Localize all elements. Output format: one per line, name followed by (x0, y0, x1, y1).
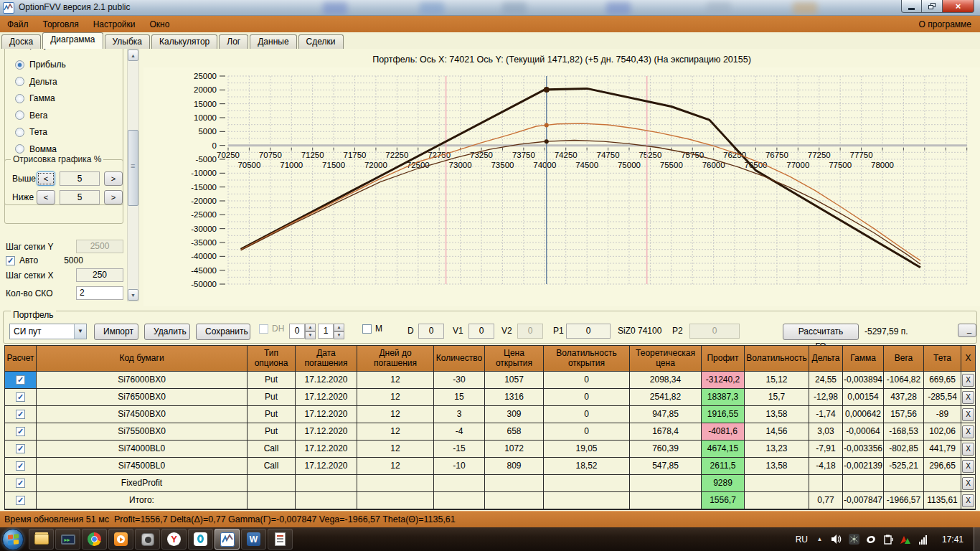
row-delete-button[interactable]: X (962, 391, 974, 404)
taskbar-app-explorer[interactable] (29, 529, 54, 550)
row-delete-button[interactable]: X (962, 374, 974, 387)
row-delete-button[interactable]: X (962, 477, 974, 490)
portfolio-select[interactable]: СИ пут ▼ (9, 324, 87, 339)
menu-item-about[interactable]: О программе (910, 17, 980, 32)
v1-input[interactable]: 0 (468, 324, 494, 339)
tab-Доска[interactable]: Доска (1, 34, 41, 49)
row-check-cell[interactable]: ✓ (5, 475, 37, 492)
row-checkbox[interactable]: ✓ (16, 461, 25, 471)
menu-item-3[interactable]: Окно (143, 17, 177, 32)
collapse-button[interactable]: _ (958, 324, 976, 337)
radio-Гамма[interactable]: Гамма (15, 93, 55, 103)
taskbar-app-messenger[interactable] (135, 529, 160, 550)
row-check-cell[interactable]: ✓ (5, 423, 37, 441)
column-header[interactable]: Гамма (843, 346, 884, 372)
column-header[interactable]: Волатильность (745, 346, 809, 372)
column-header[interactable]: Профит (702, 346, 745, 372)
row-delete-button[interactable]: X (962, 425, 974, 438)
taskbar-app-opera[interactable] (188, 529, 213, 550)
render-percent-value[interactable]: 5 (60, 171, 100, 186)
tab-Данные[interactable]: Данные (250, 34, 296, 49)
column-header[interactable]: Цена открытия (485, 346, 544, 372)
tab-Калькулятор[interactable]: Калькулятор (151, 34, 217, 49)
auto-checkbox[interactable]: ✓ (6, 256, 15, 265)
hidden-icons-arrow-icon[interactable]: ▲ (814, 534, 825, 545)
column-header[interactable]: Волатильность открытия (544, 346, 630, 372)
column-header[interactable]: X (961, 346, 975, 372)
row-checkbox[interactable]: ✓ (16, 444, 25, 453)
grid-step-y-input[interactable]: 2500 (76, 240, 123, 253)
tab-Диаграмма[interactable]: Диаграмма (42, 32, 103, 49)
start-button[interactable] (2, 529, 24, 550)
row-checkbox[interactable]: ✓ (16, 479, 25, 488)
scrollbar-up-icon[interactable]: ▲ (128, 50, 138, 61)
sko-count-input[interactable]: 2 (76, 286, 123, 300)
profit-chart[interactable]: 2500020000150001000050000-5000-10000-150… (143, 67, 980, 306)
radio-Вомма[interactable]: Вомма (15, 144, 57, 154)
spinner-up-icon[interactable]: ▲ (305, 324, 316, 331)
column-header[interactable]: Тип опциона (248, 346, 296, 372)
taskbar-app-doc-viewer[interactable] (268, 529, 293, 550)
radio-Вега[interactable]: Вега (15, 110, 47, 121)
row-check-cell[interactable]: ✓ (5, 389, 37, 406)
dh-spinner-2-value[interactable]: 1 (318, 324, 334, 339)
antivirus-icon[interactable] (849, 534, 859, 545)
render-percent-value[interactable]: 5 (60, 190, 100, 204)
m-checkbox[interactable] (362, 324, 372, 334)
sidebar-scrollbar[interactable]: ▲ ▼ (127, 49, 139, 301)
spinner-up-icon[interactable]: ▲ (334, 324, 344, 331)
column-header[interactable]: Расчет (5, 346, 37, 372)
scrollbar-down-icon[interactable]: ▼ (128, 289, 138, 301)
column-header[interactable]: Код бумаги (37, 346, 248, 372)
minimize-button[interactable] (901, 0, 922, 13)
row-check-cell[interactable]: ✓ (5, 406, 37, 423)
column-header[interactable]: Дата погашения (296, 346, 357, 372)
column-header[interactable]: Теоретическая цена (630, 346, 702, 372)
close-button[interactable]: × (942, 0, 974, 13)
taskbar-app-yandex-browser[interactable]: Y (161, 529, 187, 550)
taskbar-app-remote-desktop[interactable]: ▸▸ (55, 529, 80, 550)
row-delete-button[interactable]: X (962, 460, 974, 473)
taskbar-app-optionfvv[interactable] (215, 529, 240, 550)
dh-checkbox[interactable] (259, 324, 268, 334)
dh-spinner-1-value[interactable]: 0 (289, 324, 305, 339)
decrement-button[interactable]: < (37, 171, 55, 186)
row-delete-button[interactable]: X (962, 408, 974, 421)
row-check-cell[interactable]: ✓ (5, 441, 37, 458)
decrement-button[interactable]: < (37, 190, 55, 204)
delete-button[interactable]: Удалить (144, 324, 190, 340)
menu-item-0[interactable]: Файл (0, 17, 36, 32)
row-checkbox[interactable]: ✓ (16, 375, 25, 385)
column-header[interactable]: Дней до погашения (357, 346, 434, 372)
column-header[interactable]: Количество (434, 346, 485, 372)
menu-item-2[interactable]: Настройки (86, 17, 143, 32)
p1-input[interactable]: 0 (566, 324, 611, 339)
increment-button[interactable]: > (104, 171, 123, 186)
grid-step-x-input[interactable]: 250 (76, 268, 123, 282)
row-delete-button[interactable]: X (962, 443, 974, 456)
clipboard-switcher-icon[interactable] (883, 534, 894, 545)
import-button[interactable]: Импорт (94, 324, 138, 340)
radio-Прибыль[interactable]: Прибыль (15, 60, 66, 70)
row-checkbox[interactable]: ✓ (16, 427, 25, 436)
radio-Дельта[interactable]: Дельта (15, 77, 57, 87)
taskbar-app-chrome[interactable] (82, 529, 107, 550)
row-check-cell[interactable]: ✓ (5, 372, 37, 389)
column-header[interactable]: Вега (884, 346, 924, 372)
column-header[interactable]: Дельта (809, 346, 843, 372)
menu-item-1[interactable]: Торговля (36, 17, 86, 32)
tray-app-ring-icon[interactable] (866, 534, 877, 545)
restore-button[interactable] (922, 0, 942, 13)
spinner-down-icon[interactable]: ▼ (334, 331, 344, 339)
volume-icon[interactable] (831, 534, 842, 545)
taskbar-app-media-player[interactable] (108, 529, 133, 550)
row-check-cell[interactable]: ✓ (5, 458, 37, 475)
tab-Лог[interactable]: Лог (219, 34, 248, 49)
tab-Сделки[interactable]: Сделки (298, 34, 344, 49)
taskbar-app-word[interactable]: W (241, 529, 266, 550)
column-header[interactable]: Тета (924, 346, 961, 372)
row-checkbox[interactable]: ✓ (16, 410, 25, 419)
v2-input[interactable]: 0 (517, 324, 543, 339)
row-checkbox[interactable]: ✓ (16, 496, 25, 505)
taskbar-clock[interactable]: 17:41 (935, 534, 971, 545)
